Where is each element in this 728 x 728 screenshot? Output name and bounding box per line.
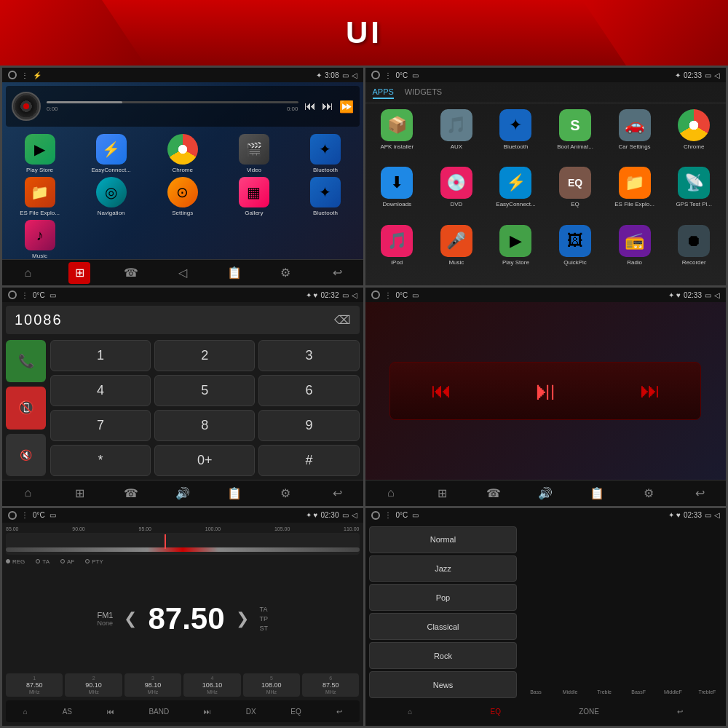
radio-nav-next[interactable]: ⏭: [204, 708, 211, 716]
preset-3[interactable]: 3 98.10 MHz: [124, 673, 181, 697]
call-button[interactable]: 📞: [6, 340, 46, 382]
freq-next-btn[interactable]: ❯: [236, 609, 249, 628]
key-5[interactable]: 5: [154, 375, 255, 406]
nav-grid-1[interactable]: ⊞: [68, 262, 90, 284]
key-3[interactable]: 3: [258, 340, 359, 371]
eq-preset-jazz[interactable]: Jazz: [369, 555, 518, 582]
radio-nav-dx[interactable]: DX: [246, 708, 256, 716]
radio-nav-prev[interactable]: ⏮: [107, 708, 114, 716]
app-playstore[interactable]: ▶ Play Store: [6, 134, 74, 173]
app-video[interactable]: 🎬 Video: [220, 134, 288, 173]
drawer-dvd[interactable]: 💿 DVD: [428, 167, 485, 221]
drawer-bluetooth[interactable]: ✦ Bluetooth: [488, 109, 545, 164]
nav-home-3[interactable]: ⌂: [17, 482, 39, 504]
preset-5[interactable]: 5 108.00 MHz: [243, 673, 300, 697]
key-0[interactable]: 0+: [154, 445, 255, 476]
nav-back-1[interactable]: ↩: [326, 262, 348, 284]
eq-nav-back[interactable]: ↩: [677, 708, 683, 716]
eq-preset-news[interactable]: News: [369, 671, 518, 698]
media-next[interactable]: ⏭: [640, 379, 660, 403]
nav-phone-4[interactable]: ☎: [483, 482, 505, 504]
hangup-button[interactable]: 📵: [6, 387, 46, 429]
key-7[interactable]: 7: [50, 410, 151, 441]
drawer-apkinstaller[interactable]: 📦 APK installer: [369, 109, 426, 164]
eq-nav-eq[interactable]: EQ: [490, 708, 500, 716]
app-settings[interactable]: ⊙ Settings: [149, 177, 216, 216]
drawer-radio[interactable]: 📻 Radio: [606, 225, 663, 280]
nav-grid-4[interactable]: ⊞: [432, 482, 454, 504]
dialer-backspace[interactable]: ⌫: [334, 313, 351, 327]
key-8[interactable]: 8: [154, 410, 255, 441]
preset-1[interactable]: 1 87.50 MHz: [6, 673, 63, 697]
nav-gear-4[interactable]: ⚙: [638, 482, 660, 504]
nav-back-4[interactable]: ↩: [689, 482, 711, 504]
drawer-quickpic[interactable]: 🖼 QuickPic: [547, 225, 604, 280]
preset-6[interactable]: 6 87.50 MHz: [302, 673, 359, 697]
play-btn[interactable]: ⏭: [322, 100, 333, 113]
radio-nav-eq[interactable]: EQ: [290, 708, 301, 716]
nav-grid-3[interactable]: ⊞: [68, 482, 90, 504]
drawer-eq[interactable]: EQ EQ: [547, 167, 604, 221]
preset-4[interactable]: 4 106.10 MHz: [183, 673, 240, 697]
nav-clip-3[interactable]: 📋: [223, 482, 245, 504]
nav-phone-3[interactable]: ☎: [120, 482, 142, 504]
key-4[interactable]: 4: [50, 375, 151, 406]
app-esfile[interactable]: 📁 ES File Explo...: [6, 177, 74, 216]
eq-nav-zone[interactable]: ZONE: [579, 708, 599, 716]
tab-apps[interactable]: APPS: [373, 86, 394, 99]
radio-nav-band[interactable]: BAND: [149, 708, 169, 716]
media-prev[interactable]: ⏮: [431, 379, 451, 403]
key-hash[interactable]: #: [258, 445, 359, 476]
nav-gear-3[interactable]: ⚙: [274, 482, 296, 504]
radio-nav-as[interactable]: AS: [63, 708, 72, 716]
nav-clip-1[interactable]: 📋: [223, 262, 245, 284]
app-nav[interactable]: ◎ Navigation: [77, 177, 145, 216]
key-star[interactable]: *: [50, 445, 151, 476]
eq-preset-normal[interactable]: Normal: [369, 526, 518, 553]
drawer-music[interactable]: 🎤 Music: [428, 225, 485, 280]
app-music[interactable]: ♪ Music: [6, 220, 74, 259]
nav-home-4[interactable]: ⌂: [380, 482, 402, 504]
app-easyconnect[interactable]: ⚡ EasyConnect...: [77, 134, 145, 173]
drawer-easyconnect[interactable]: ⚡ EasyConnect...: [488, 167, 545, 221]
eq-preset-pop[interactable]: Pop: [369, 584, 518, 611]
nav-vol-1[interactable]: ◁: [172, 262, 194, 284]
nav-vol-4[interactable]: 🔊: [534, 482, 556, 504]
nav-vol-3[interactable]: 🔊: [172, 482, 194, 504]
nav-clip-4[interactable]: 📋: [586, 482, 608, 504]
key-6[interactable]: 6: [258, 375, 359, 406]
key-9[interactable]: 9: [258, 410, 359, 441]
tab-widgets[interactable]: WIDGETS: [405, 86, 442, 99]
eq-preset-rock[interactable]: Rock: [369, 642, 518, 669]
next-btn[interactable]: ⏩: [339, 100, 354, 114]
nav-home-1[interactable]: ⌂: [17, 262, 39, 284]
freq-prev-btn[interactable]: ❮: [124, 609, 137, 628]
nav-phone-1[interactable]: ☎: [120, 262, 142, 284]
drawer-aux[interactable]: 🎵 AUX: [428, 109, 485, 164]
app-bluetooth[interactable]: ✦ Bluetooth: [291, 134, 359, 173]
radio-nav-back[interactable]: ↩: [336, 708, 342, 716]
prev-btn[interactable]: ⏮: [304, 100, 316, 113]
drawer-bootanim[interactable]: S Boot Animat...: [547, 109, 604, 164]
radio-nav-home[interactable]: ⌂: [23, 708, 28, 716]
app-gallery[interactable]: ▦ Gallery: [220, 177, 288, 216]
key-1[interactable]: 1: [50, 340, 151, 371]
drawer-gpstest[interactable]: 📡 GPS Test Pl...: [665, 167, 722, 221]
drawer-downloads[interactable]: ⬇ Downloads: [369, 167, 426, 221]
drawer-recorder[interactable]: ⏺ Recorder: [665, 225, 722, 280]
drawer-carsettings[interactable]: 🚗 Car Settings: [606, 109, 663, 164]
eq-nav-home[interactable]: ⌂: [408, 708, 412, 716]
nav-back-3[interactable]: ↩: [326, 482, 348, 504]
media-playpause[interactable]: ⏯: [532, 376, 558, 406]
nav-gear-1[interactable]: ⚙: [274, 262, 296, 284]
drawer-playstore[interactable]: ▶ Play Store: [488, 225, 545, 280]
app-chrome[interactable]: Chrome: [149, 134, 216, 173]
preset-2[interactable]: 2 90.10 MHz: [65, 673, 122, 697]
eq-preset-classical[interactable]: Classical: [369, 613, 518, 640]
drawer-chrome[interactable]: Chrome: [665, 109, 722, 164]
mute-button[interactable]: 🔇: [6, 434, 46, 476]
app-bluetooth2[interactable]: ✦ Bluetooth: [291, 177, 359, 216]
drawer-ipod[interactable]: 🎵 iPod: [369, 225, 426, 280]
drawer-esfile[interactable]: 📁 ES File Explo...: [606, 167, 663, 221]
key-2[interactable]: 2: [154, 340, 255, 371]
